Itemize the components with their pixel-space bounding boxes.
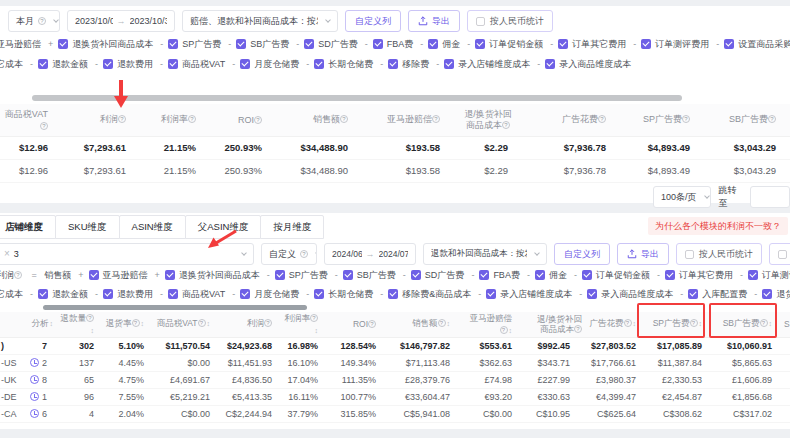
col-return-cost: 退/换货补回商品成本?: [454, 104, 522, 136]
clock-icon[interactable]: [30, 358, 39, 367]
checkbox-checked-icon[interactable]: [762, 289, 772, 299]
tab-asin-dimension[interactable]: ASIN维度: [119, 215, 186, 239]
checkbox-checked-icon[interactable]: [38, 59, 48, 69]
checkbox-checked-icon[interactable]: [103, 59, 113, 69]
clock-icon[interactable]: [30, 409, 39, 418]
checkbox-checked-icon[interactable]: [535, 270, 545, 280]
date-range-picker[interactable]: 2023/10/01 → 2023/10/31: [67, 10, 175, 32]
cell: [26, 388, 42, 405]
profit-formula-line2: 它成本-退款金额-退款费用-商品税VAT-月度仓储费-长期仓储费-移除费-录入店…: [0, 57, 790, 71]
profit-formula-line1: 亚马逊赔偿+退换货补回商品成本-SP广告费-SB广告费-SD广告费-FBA费-佣…: [0, 37, 790, 51]
checkbox-checked-icon[interactable]: [275, 270, 285, 280]
checkbox-checked-icon[interactable]: [688, 289, 698, 299]
checkbox-checked-icon[interactable]: [103, 289, 113, 299]
cell: €93.20: [462, 388, 524, 405]
operator: -: [740, 270, 743, 280]
checkbox-label: 录入店铺维度成本: [500, 289, 572, 299]
checkbox-checked-icon[interactable]: [428, 39, 438, 49]
checkbox-checked-icon[interactable]: [304, 39, 314, 49]
clock-icon[interactable]: [30, 392, 39, 401]
operator: -: [30, 59, 33, 69]
checkbox-checked-icon[interactable]: [240, 59, 250, 69]
cell: ): [0, 337, 26, 354]
checkbox-checked-icon[interactable]: [168, 39, 178, 49]
checkbox-checked-icon[interactable]: [411, 270, 421, 280]
cell: 7.55%: [106, 388, 156, 405]
checkbox-checked-icon[interactable]: [343, 270, 353, 280]
checkbox-checked-icon[interactable]: [165, 270, 175, 280]
checkbox-checked-icon[interactable]: [486, 289, 496, 299]
checkbox-checked-icon[interactable]: [168, 289, 178, 299]
checkbox-checked-icon[interactable]: [641, 39, 651, 49]
checkbox-checked-icon[interactable]: [388, 289, 398, 299]
tab-month-dimension[interactable]: 按月维度: [260, 215, 324, 239]
cost-mode-select[interactable]: 赔偿、退款和补回商品成本：按发...: [182, 10, 338, 32]
clear-icon[interactable]: ×: [4, 249, 10, 259]
rmb-stat-checkbox[interactable]: 按人民币统计: [467, 10, 553, 32]
checkbox-checked-icon[interactable]: [479, 270, 489, 280]
horizontal-scrollbar[interactable]: [43, 305, 307, 310]
checkbox-checked-icon[interactable]: [587, 289, 597, 299]
checkbox-checked-icon[interactable]: [89, 270, 99, 280]
checkbox-checked-icon[interactable]: [168, 59, 178, 69]
checkbox-checked-icon[interactable]: [236, 39, 246, 49]
cell: £227.99: [524, 371, 582, 388]
export-button[interactable]: 导出: [408, 10, 460, 32]
export-button[interactable]: 导出: [617, 243, 669, 265]
checkbox-checked-icon[interactable]: [314, 289, 324, 299]
cell: $7,293.61: [62, 159, 140, 182]
col-ad-spend: 广告花费?: [522, 104, 620, 136]
cell: 1: [42, 388, 58, 405]
col-amazon-compensation[interactable]: 亚马逊赔偿?↕: [462, 312, 524, 337]
checkbox-checked-icon[interactable]: [545, 59, 555, 69]
export-icon: [627, 249, 637, 259]
col-vat[interactable]: 商品税VAT?↕: [156, 312, 222, 337]
cell: 4.75%: [106, 371, 156, 388]
period-select[interactable]: 本月 ?: [8, 10, 60, 32]
selected-count: 3: [14, 249, 19, 259]
checkbox-checked-icon[interactable]: [665, 270, 675, 280]
checkbox-checked-icon[interactable]: [58, 39, 68, 49]
checkbox-checked-icon[interactable]: [558, 39, 568, 49]
horizontal-scrollbar[interactable]: [32, 95, 682, 101]
cost-mode-select[interactable]: 退款和补回商品成本：按发生时间统...: [423, 243, 547, 265]
date-range-picker[interactable]: 2024/06/01 → 2024/07/01: [324, 243, 416, 265]
col-refund-qty[interactable]: 退款量?↕: [58, 312, 106, 337]
checkbox-checked-icon[interactable]: [748, 270, 758, 280]
checkbox-checked-icon[interactable]: [388, 59, 398, 69]
show-ratio-checkbox[interactable]: 显示占比: [769, 243, 790, 265]
cell: $10,060.91: [714, 337, 784, 354]
tab-store-dimension[interactable]: 店铺维度: [0, 215, 56, 239]
formula-lead: 亚马逊赔偿: [0, 39, 41, 49]
clock-icon[interactable]: [30, 375, 39, 384]
col-sales: 销售额?: [276, 104, 362, 136]
col-margin[interactable]: 利润率?↕: [284, 312, 330, 337]
page-size-select[interactable]: 100条/页: [653, 186, 711, 208]
col-sales[interactable]: 销售额?↕: [388, 312, 462, 337]
col-group[interactable]: 分析↕: [0, 312, 58, 337]
customize-columns-button[interactable]: 自定义列: [554, 243, 610, 265]
customize-columns-button[interactable]: 自定义列: [345, 10, 401, 32]
col-vat: 商品税VAT?: [0, 104, 62, 136]
checkbox-checked-icon[interactable]: [475, 39, 485, 49]
cell: $27,803.52: [582, 337, 648, 354]
page-jump-input[interactable]: [750, 186, 790, 208]
cell: $11,451.93: [222, 354, 284, 371]
help-icon: ?: [768, 115, 776, 123]
checkbox-checked-icon[interactable]: [582, 270, 592, 280]
checkbox-checked-icon[interactable]: [38, 289, 48, 299]
cell: $992.45: [524, 337, 582, 354]
checkbox-checked-icon[interactable]: [240, 289, 250, 299]
checkbox-checked-icon[interactable]: [444, 59, 454, 69]
checkbox-checked-icon[interactable]: [373, 39, 383, 49]
sp-ads-highlight-box: [637, 303, 705, 338]
period-preset-select[interactable]: 自定义 ?: [261, 243, 317, 265]
profit-mismatch-faq-link[interactable]: 为什么各个模块的利润不一致？: [648, 217, 788, 235]
cell: 250.93%: [210, 159, 276, 182]
cell: $4,893.49: [620, 159, 704, 182]
col-refund-rate[interactable]: 退货率?↕: [106, 312, 156, 337]
rmb-stat-checkbox[interactable]: 按人民币统计: [676, 243, 762, 265]
tab-sku-dimension[interactable]: SKU维度: [55, 215, 120, 239]
checkbox-checked-icon[interactable]: [724, 39, 734, 49]
checkbox-checked-icon[interactable]: [314, 59, 324, 69]
